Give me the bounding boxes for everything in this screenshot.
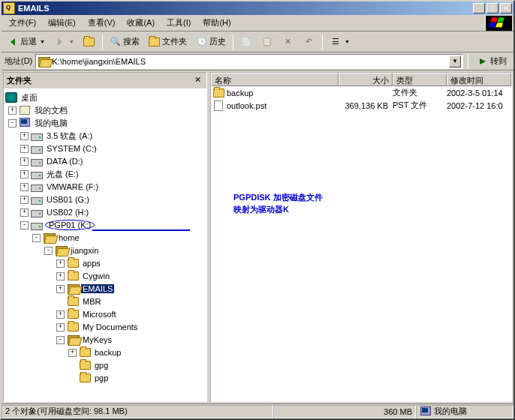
collapse-icon[interactable]: -	[56, 336, 65, 344]
drive-icon	[31, 182, 43, 192]
tree-gpg[interactable]: gpg	[93, 361, 110, 370]
menu-favorites[interactable]: 收藏(A)	[121, 16, 161, 30]
menu-tools[interactable]: 工具(I)	[161, 16, 197, 30]
folders-icon	[149, 36, 161, 48]
collapse-icon[interactable]: -	[44, 247, 53, 255]
copy-to-button: 📋	[258, 34, 277, 50]
back-label: 后退	[20, 36, 37, 47]
tree-drive-c[interactable]: SYSTEM (C:)	[45, 144, 98, 153]
back-button[interactable]: 后退 ▼	[3, 34, 49, 50]
views-button[interactable]: ☰▼	[326, 34, 354, 50]
tree-drive-g[interactable]: USB01 (G:)	[45, 195, 91, 204]
maximize-button[interactable]: □	[486, 3, 498, 14]
file-list[interactable]: backup 文件夹 2002-3-5 01:14 outlook.pst 36…	[211, 86, 511, 401]
tree-my-computer[interactable]: 我的电脑	[33, 118, 69, 129]
col-date[interactable]: 修改时间	[447, 73, 511, 86]
tree-drive-k[interactable]: PGP01 (K:)	[45, 220, 95, 230]
dropdown-icon: ▼	[69, 39, 74, 44]
status-zone: 我的电脑	[416, 405, 513, 418]
expand-icon[interactable]: +	[20, 208, 29, 217]
folder-icon	[212, 88, 224, 98]
expand-icon[interactable]: +	[56, 310, 65, 319]
address-path: K:\home\jiangxin\EMAILS	[52, 57, 449, 66]
expand-icon[interactable]: +	[8, 106, 17, 115]
folder-icon	[79, 347, 91, 358]
file-row[interactable]: backup 文件夹 2002-3-5 01:14	[211, 86, 511, 99]
expand-icon[interactable]: +	[20, 170, 29, 178]
pane-close-icon[interactable]: ✕	[191, 75, 203, 87]
file-date: 2002-3-5 01:14	[447, 88, 511, 98]
tree-home[interactable]: home	[57, 233, 81, 242]
tree-my-documents-folder[interactable]: My Documents	[81, 322, 139, 332]
my-computer-icon	[420, 406, 432, 417]
folder-icon	[79, 360, 91, 370]
up-button[interactable]	[80, 34, 99, 50]
menu-view[interactable]: 查看(V)	[82, 16, 122, 30]
folders-label: 文件夹	[162, 36, 187, 47]
tree-backup[interactable]: backup	[93, 348, 122, 357]
expand-icon[interactable]: +	[20, 183, 29, 191]
expand-icon[interactable]: +	[68, 349, 77, 357]
search-icon: 🔍	[110, 36, 122, 48]
dropdown-icon: ▼	[40, 39, 45, 44]
history-button[interactable]: 🕒 历史	[192, 34, 230, 50]
tree-emails[interactable]: EMAILS	[81, 284, 114, 293]
close-button[interactable]: ✕	[500, 3, 512, 14]
expand-icon[interactable]: +	[20, 145, 29, 153]
pane-header: 文件夹 ✕	[4, 73, 206, 89]
tree-mbr[interactable]: MBR	[81, 297, 102, 306]
address-input[interactable]: K:\home\jiangxin\EMAILS ▼	[35, 54, 463, 69]
expand-icon[interactable]: +	[20, 132, 29, 140]
titlebar[interactable]: EMAILS _ □ ✕	[2, 2, 513, 15]
menubar: 文件(F) 编辑(E) 查看(V) 收藏(A) 工具(I) 帮助(H)	[2, 15, 513, 32]
minimize-button[interactable]: _	[473, 3, 485, 14]
toolbar: 后退 ▼ ▼ 🔍 搜索 文件夹 🕒 历史 📄 📋 ✕ ↶ ☰▼	[2, 32, 513, 52]
expand-icon[interactable]: +	[56, 285, 65, 293]
expand-icon[interactable]: +	[20, 158, 29, 166]
menu-file[interactable]: 文件(F)	[3, 16, 42, 30]
expand-icon[interactable]: +	[56, 260, 65, 268]
collapse-icon[interactable]: -	[8, 119, 17, 128]
address-dropdown-icon[interactable]: ▼	[449, 56, 461, 68]
collapse-icon[interactable]: -	[32, 234, 41, 242]
file-type: 文件夹	[393, 87, 447, 98]
tree-microsoft[interactable]: Microsoft	[81, 310, 118, 319]
file-size: 369,136 KB	[339, 101, 393, 110]
statusbar: 2 个对象(可用磁盘空间: 98.1 MB) 360 MB 我的电脑	[2, 404, 513, 418]
col-size[interactable]: 大小	[339, 73, 393, 86]
file-list-pane: 名称 大小 类型 修改时间 backup 文件夹 2002-3-5 01:14 …	[210, 72, 512, 402]
folder-icon	[79, 373, 91, 383]
tree-jiangxin[interactable]: jiangxin	[69, 246, 100, 255]
expand-icon[interactable]: +	[56, 272, 65, 280]
folder-icon	[67, 258, 79, 268]
go-label: 转到	[490, 56, 507, 67]
go-button[interactable]: 转到	[473, 53, 510, 70]
tree-cygwin[interactable]: Cygwin	[81, 272, 111, 280]
tree-drive-f[interactable]: VMWARE (F:)	[45, 182, 100, 191]
folder-up-icon	[83, 36, 95, 48]
folder-tree[interactable]: 桌面 +我的文档 -我的电脑 +3.5 软盘 (A:) +SYSTEM (C:)…	[4, 89, 206, 401]
folder-open-icon	[43, 232, 55, 243]
tree-desktop[interactable]: 桌面	[20, 92, 39, 104]
menu-help[interactable]: 帮助(H)	[197, 16, 236, 30]
tree-drive-a[interactable]: 3.5 软盘 (A:)	[45, 130, 94, 142]
tree-drive-h[interactable]: USB02 (H:)	[45, 208, 90, 217]
folder-icon	[67, 309, 79, 320]
tree-drive-e[interactable]: 光盘 (E:)	[45, 169, 80, 180]
file-row[interactable]: outlook.pst 369,136 KB PST 文件 2002-7-12 …	[211, 99, 511, 112]
tree-mykeys[interactable]: MyKeys	[81, 335, 113, 344]
folders-button[interactable]: 文件夹	[145, 34, 191, 50]
expand-icon[interactable]: +	[20, 196, 29, 204]
menu-edit[interactable]: 编辑(E)	[42, 16, 82, 30]
my-computer-icon	[19, 118, 31, 128]
tree-apps[interactable]: apps	[81, 259, 102, 268]
col-name[interactable]: 名称	[211, 73, 339, 86]
expand-icon[interactable]: +	[56, 323, 65, 332]
col-type[interactable]: 类型	[393, 73, 447, 86]
search-button[interactable]: 🔍 搜索	[106, 34, 143, 50]
collapse-icon[interactable]: -	[20, 221, 29, 230]
tree-my-documents[interactable]: 我的文档	[33, 105, 69, 116]
tree-drive-d[interactable]: DATA (D:)	[45, 157, 84, 166]
folder-open-icon	[55, 245, 67, 256]
tree-pgp[interactable]: pgp	[93, 374, 110, 382]
